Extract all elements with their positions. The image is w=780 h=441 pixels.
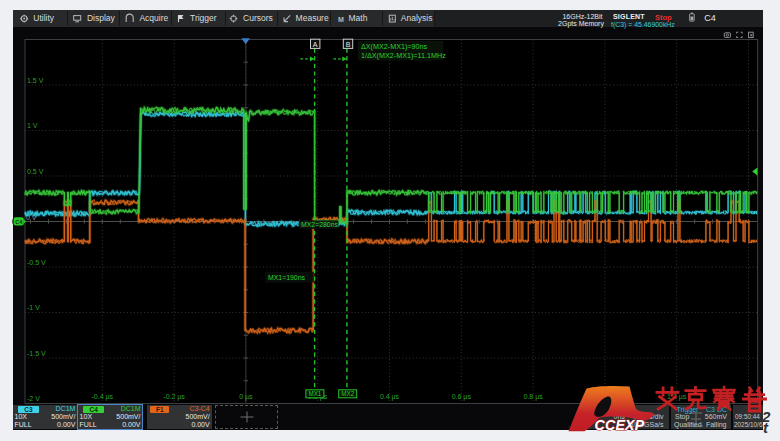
svg-text:CCEXP: CCEXP [595,417,645,433]
